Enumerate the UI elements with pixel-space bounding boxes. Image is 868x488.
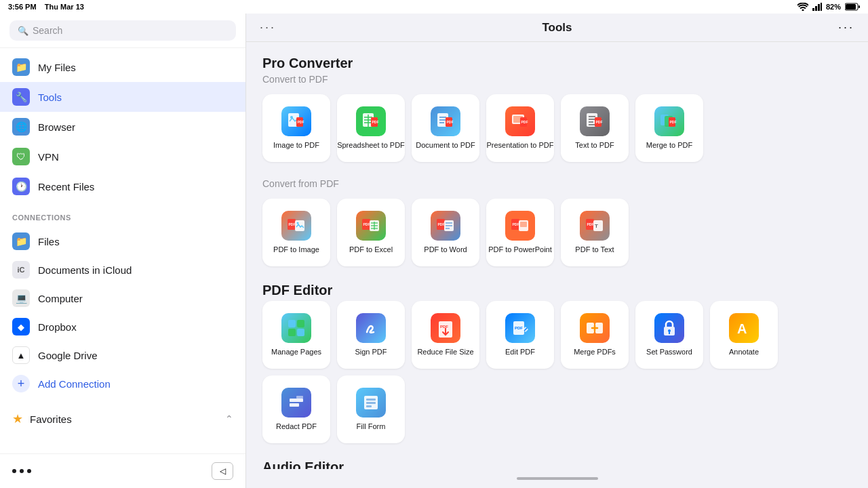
favorites-title: ★ Favorites xyxy=(12,411,72,426)
search-box[interactable]: 🔍 Search xyxy=(9,20,236,41)
sidebar-dots-menu[interactable] xyxy=(12,469,31,473)
favorites-header: ★ Favorites ⌃ xyxy=(0,406,245,432)
txt-pdf-label: Text to PDF xyxy=(575,140,614,150)
svg-rect-66 xyxy=(288,329,296,336)
svg-text:PDF: PDF xyxy=(363,222,370,226)
svg-text:PDF: PDF xyxy=(298,120,304,124)
manage-icon xyxy=(281,313,311,343)
svg-rect-67 xyxy=(297,329,304,336)
section-audio-editor: Audio Editor Trim Track Cut Track xyxy=(262,460,852,469)
pro-converter-title: Pro Converter xyxy=(262,56,852,71)
tool-pdf-to-img[interactable]: PDF PDF to Image xyxy=(262,199,330,266)
tool-sign-pdf[interactable]: Sign PDF xyxy=(337,301,405,369)
tool-reduce-size[interactable]: PDF Reduce File Size xyxy=(412,301,479,369)
tool-pdf-to-txt[interactable]: PDFT PDF to Text xyxy=(561,199,629,266)
img-pdf-icon: PDF xyxy=(281,106,311,136)
pdf-img-icon: PDF xyxy=(281,211,311,241)
tool-fill-form[interactable]: Fill Form xyxy=(337,375,405,443)
sidebar-item-tools[interactable]: 🔧 Tools xyxy=(0,82,245,112)
svg-text:PDF: PDF xyxy=(289,222,296,226)
svg-rect-64 xyxy=(288,320,296,327)
scroll-indicator xyxy=(517,477,598,480)
icloud-label: Documents in iCloud xyxy=(38,264,132,276)
collapse-icon: ◁ xyxy=(220,466,226,476)
doc-pdf-icon: PDF xyxy=(431,106,460,136)
sidebar-item-recent[interactable]: 🕐 Recent Files xyxy=(0,171,245,201)
tool-merge-to-pdf[interactable]: PDF Merge to PDF xyxy=(635,94,703,162)
pdf-word-label: PDF to Word xyxy=(424,245,467,254)
topbar-dots-left[interactable]: ··· xyxy=(260,20,276,35)
sidebar-item-myfiles[interactable]: 📁 My Files xyxy=(0,52,245,82)
star-icon: ★ xyxy=(12,411,23,426)
edit-pdf-icon: PDF xyxy=(505,313,535,343)
connections-label: CONNECTIONS xyxy=(0,205,245,224)
tool-txt-to-pdf[interactable]: PDF Text to PDF xyxy=(561,94,629,162)
battery-level: 82% xyxy=(826,3,841,11)
redact-label: Redact PDF xyxy=(276,422,317,431)
svg-text:PDF: PDF xyxy=(670,120,677,124)
audio-editor-title: Audio Editor xyxy=(262,460,852,469)
tool-redact-pdf[interactable]: Redact PDF xyxy=(262,375,330,443)
tool-manage-pages[interactable]: Manage Pages xyxy=(262,301,330,369)
status-right: 82% xyxy=(797,3,860,11)
tool-sheet-to-pdf[interactable]: PDF Spreadsheet to PDF xyxy=(337,94,405,162)
svg-text:PDF: PDF xyxy=(521,120,528,124)
tool-merge-pdfs[interactable]: Merge PDFs xyxy=(561,301,629,369)
tool-img-to-pdf[interactable]: PDF Image to PDF xyxy=(262,94,330,162)
manage-label: Manage Pages xyxy=(271,347,321,357)
gdrive-label: Google Drive xyxy=(38,350,98,361)
svg-rect-1 xyxy=(815,6,817,11)
add-connection-item[interactable]: + Add Connection xyxy=(0,369,245,398)
tool-annotate[interactable]: A Annotate xyxy=(710,301,778,369)
pdf-xls-icon: PDF xyxy=(356,211,386,241)
tool-pdf-to-ppt[interactable]: PDF PDF to PowerPoint xyxy=(486,199,554,266)
tool-pdf-to-xls[interactable]: PDF PDF to Excel xyxy=(337,199,405,266)
search-icon: 🔍 xyxy=(18,26,28,36)
recent-icon: 🕐 xyxy=(12,178,30,195)
tool-ppt-to-pdf[interactable]: PDF Presentation to PDF xyxy=(486,94,554,162)
img-pdf-label: Image to PDF xyxy=(273,140,319,150)
connection-gdrive[interactable]: ▲ Google Drive xyxy=(0,341,245,369)
connection-files[interactable]: 📁 Files xyxy=(0,227,245,256)
sidebar: 🔍 Search 📁 My Files 🔧 Tools 🌐 Browser 🛡 … xyxy=(0,14,246,488)
svg-rect-6 xyxy=(859,5,860,8)
sidebar-bottom: ◁ xyxy=(0,453,245,488)
doc-pdf-label: Document to PDF xyxy=(416,140,475,150)
svg-rect-81 xyxy=(290,403,299,407)
gdrive-icon: ▲ xyxy=(12,346,30,364)
connection-computer[interactable]: 💻 Computer xyxy=(0,284,245,312)
status-time-date: 3:56 PM Thu Mar 13 xyxy=(8,3,84,11)
connection-icloud[interactable]: iC Documents in iCloud xyxy=(0,256,245,284)
browser-label: Browser xyxy=(38,121,75,133)
add-connection-label: Add Connection xyxy=(38,378,111,390)
merge-pdfs-label: Merge PDFs xyxy=(574,347,616,357)
dot1 xyxy=(12,469,16,473)
sidebar-item-vpn[interactable]: 🛡 VPN xyxy=(0,142,245,171)
bottom-bar xyxy=(246,469,868,488)
svg-point-77 xyxy=(668,329,671,332)
tool-doc-to-pdf[interactable]: PDF Document to PDF xyxy=(412,94,479,162)
status-time: 3:56 PM xyxy=(8,3,37,11)
annotate-label: Annotate xyxy=(729,347,759,357)
topbar-more-button[interactable]: ··· xyxy=(838,20,854,35)
svg-text:PDF: PDF xyxy=(587,222,594,226)
collapse-button[interactable]: ◁ xyxy=(212,462,233,480)
pdf-xls-label: PDF to Excel xyxy=(349,245,393,254)
dot2 xyxy=(20,469,24,473)
computer-label: Computer xyxy=(38,293,83,304)
status-bar: 3:56 PM Thu Mar 13 82% xyxy=(0,0,868,14)
tool-edit-pdf[interactable]: PDF Edit PDF xyxy=(486,301,554,369)
pdf-word-icon: PDF xyxy=(431,211,460,241)
files-conn-label: Files xyxy=(38,236,60,247)
tool-pdf-to-word[interactable]: PDF PDF to Word xyxy=(412,199,479,266)
svg-text:PDF: PDF xyxy=(447,120,454,124)
svg-text:PDF: PDF xyxy=(372,120,379,124)
sidebar-item-browser[interactable]: 🌐 Browser xyxy=(0,112,245,142)
section-pdf-editor: PDF Editor Manage Pages Sign PDF xyxy=(262,283,852,443)
chevron-up-icon[interactable]: ⌃ xyxy=(225,413,233,424)
tool-set-password[interactable]: Set Password xyxy=(635,301,703,369)
connection-dropbox[interactable]: ◆ Dropbox xyxy=(0,312,245,341)
favorites-label: Favorites xyxy=(30,413,72,425)
fillform-icon xyxy=(356,388,386,418)
vpn-icon: 🛡 xyxy=(12,148,30,165)
